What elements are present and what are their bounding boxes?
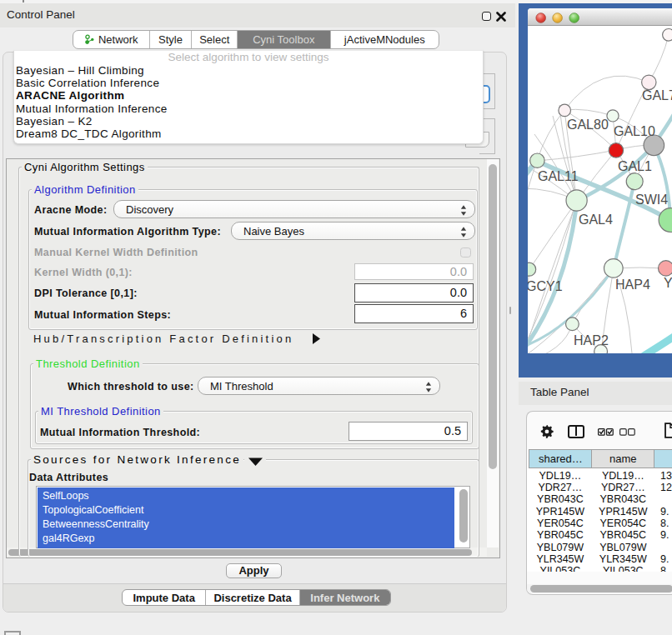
svg-text:GAL7: GAL7 [642,88,672,102]
svg-text:HAP4: HAP4 [615,278,650,292]
svg-text:GAL1: GAL1 [618,159,652,173]
svg-text:GAL10: GAL10 [614,124,655,138]
svg-text:GAL11: GAL11 [538,169,579,183]
svg-text:GAL80: GAL80 [567,118,609,132]
svg-text:GCY1: GCY1 [528,279,563,293]
svg-text:Y: Y [664,276,672,290]
svg-text:GAL4: GAL4 [579,212,613,227]
svg-text:SWI4: SWI4 [635,192,668,207]
svg-text:HAP2: HAP2 [574,333,609,348]
